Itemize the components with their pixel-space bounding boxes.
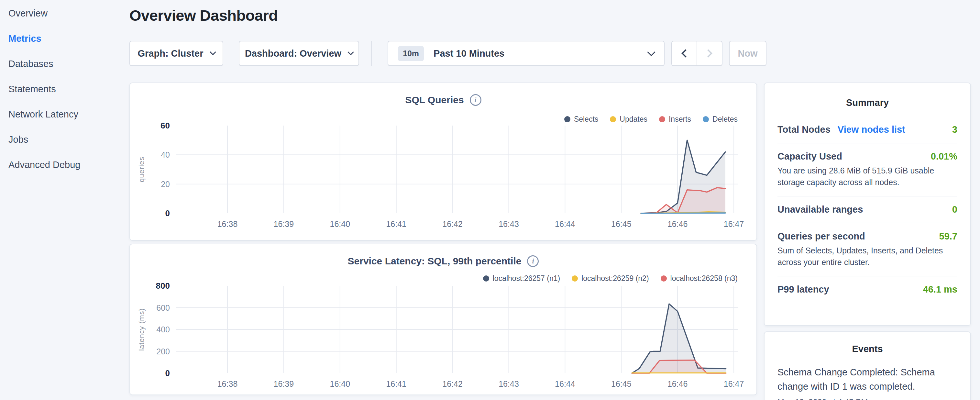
prev-time-button[interactable] <box>672 41 697 65</box>
summary-row-caption: You are using 28.6 MiB of 515.9 GiB usab… <box>778 165 957 188</box>
svg-text:20: 20 <box>161 180 170 189</box>
svg-text:latency (ms): latency (ms) <box>137 308 146 351</box>
svg-text:16:41: 16:41 <box>386 379 406 388</box>
svg-text:60: 60 <box>161 121 170 131</box>
time-range-dropdown[interactable]: 10m Past 10 Minutes <box>388 41 665 66</box>
svg-text:16:47: 16:47 <box>724 220 744 228</box>
svg-text:16:44: 16:44 <box>555 220 575 228</box>
summary-row-label: Total Nodes <box>778 124 830 135</box>
summary-row-value: 0 <box>952 204 957 215</box>
sidebar-item-metrics[interactable]: Metrics <box>0 26 129 51</box>
page-title: Overview Dashboard <box>129 6 278 24</box>
sidebar-item-overview[interactable]: Overview <box>0 1 129 26</box>
event-message: Schema Change Completed: Schema change w… <box>778 365 957 394</box>
sidebar-item-advanced-debug[interactable]: Advanced Debug <box>0 152 129 177</box>
summary-row-capacity-used: Capacity Used 0.01% You are using 28.6 M… <box>778 143 957 196</box>
summary-row-p99-latency: P99 latency 46.1 ms <box>778 276 957 303</box>
sidebar-item-jobs[interactable]: Jobs <box>0 127 129 152</box>
time-step-button-group <box>671 41 722 66</box>
svg-text:16:47: 16:47 <box>724 379 744 388</box>
summary-row-label: Capacity Used <box>778 151 842 162</box>
sql-queries-panel: SQL Queries i SelectsUpdatesInsertsDelet… <box>129 83 757 241</box>
svg-text:800: 800 <box>156 281 170 291</box>
svg-text:16:46: 16:46 <box>667 379 688 388</box>
summary-row-label: Unavailable ranges <box>778 204 863 215</box>
summary-row-caption: Sum of Selects, Updates, Inserts, and De… <box>778 245 957 268</box>
chevron-down-icon <box>647 48 655 56</box>
svg-text:16:39: 16:39 <box>274 379 294 388</box>
summary-row-total-nodes: Total Nodes View nodes list 3 <box>778 116 957 143</box>
events-panel: Events Schema Change Completed: Schema c… <box>764 331 971 400</box>
summary-row-value: 46.1 ms <box>923 284 957 295</box>
svg-text:16:45: 16:45 <box>611 379 632 388</box>
svg-text:queries: queries <box>137 157 146 182</box>
summary-row-label: P99 latency <box>778 284 829 295</box>
sidebar-item-databases[interactable]: Databases <box>0 51 129 76</box>
graph-scope-dropdown[interactable]: Graph: Cluster <box>129 41 223 66</box>
view-nodes-link[interactable]: View nodes list <box>838 124 905 135</box>
svg-text:40: 40 <box>161 150 170 159</box>
chevron-right-icon <box>704 49 712 57</box>
svg-text:16:43: 16:43 <box>499 379 519 388</box>
summary-row-label: Queries per second <box>778 231 865 242</box>
summary-row-unavailable-ranges: Unavailable ranges 0 <box>778 196 957 223</box>
sql-queries-chart: 16:3816:3916:4016:4116:4216:4316:4416:45… <box>130 83 756 240</box>
chevron-left-icon <box>681 49 689 57</box>
summary-row-queries-per-second: Queries per second 59.7 Sum of Selects, … <box>778 223 957 276</box>
svg-text:16:40: 16:40 <box>330 220 350 228</box>
chevron-down-icon <box>210 49 216 55</box>
svg-text:16:43: 16:43 <box>499 220 519 228</box>
event-item[interactable]: Schema Change Completed: Schema change w… <box>778 365 957 400</box>
dashboard-dropdown[interactable]: Dashboard: Overview <box>239 41 359 66</box>
now-button[interactable]: Now <box>729 41 767 66</box>
service-latency-panel: Service Latency: SQL, 99th percentile i … <box>129 244 757 395</box>
svg-text:16:46: 16:46 <box>667 220 688 228</box>
svg-text:16:41: 16:41 <box>386 220 406 228</box>
svg-text:16:45: 16:45 <box>611 220 632 228</box>
toolbar-divider <box>371 41 372 66</box>
svg-text:0: 0 <box>165 368 170 378</box>
svg-text:16:42: 16:42 <box>442 379 463 388</box>
svg-text:16:38: 16:38 <box>217 379 238 388</box>
svg-text:16:40: 16:40 <box>330 379 350 388</box>
svg-text:200: 200 <box>156 347 170 356</box>
summary-title: Summary <box>778 97 957 108</box>
svg-text:16:44: 16:44 <box>555 379 575 388</box>
time-window-badge: 10m <box>398 46 424 61</box>
sidebar-item-network-latency[interactable]: Network Latency <box>0 102 129 127</box>
summary-row-value: 3 <box>952 124 957 135</box>
summary-panel: Summary Total Nodes View nodes list 3 Ca… <box>764 83 971 326</box>
summary-row-value: 0.01% <box>931 151 957 162</box>
sidebar-item-statements[interactable]: Statements <box>0 76 129 102</box>
next-time-button[interactable] <box>697 41 722 65</box>
graph-scope-label: Graph: Cluster <box>137 48 203 59</box>
summary-row-value: 59.7 <box>939 231 957 242</box>
event-timestamp: May 13, 2020 at 4:45 PM <box>778 397 957 400</box>
svg-text:600: 600 <box>156 303 170 312</box>
svg-text:16:38: 16:38 <box>217 220 238 228</box>
dashboard-dropdown-label: Dashboard: Overview <box>245 48 341 59</box>
svg-text:400: 400 <box>156 325 170 334</box>
events-title: Events <box>778 344 957 354</box>
svg-text:16:42: 16:42 <box>442 220 463 228</box>
service-latency-chart: 16:3816:3916:4016:4116:4216:4316:4416:45… <box>130 244 756 395</box>
sidebar: Overview Metrics Databases Statements Ne… <box>0 0 129 177</box>
svg-text:16:39: 16:39 <box>274 220 294 228</box>
time-window-label: Past 10 Minutes <box>434 48 648 59</box>
svg-text:0: 0 <box>165 209 170 218</box>
chevron-down-icon <box>347 49 354 55</box>
